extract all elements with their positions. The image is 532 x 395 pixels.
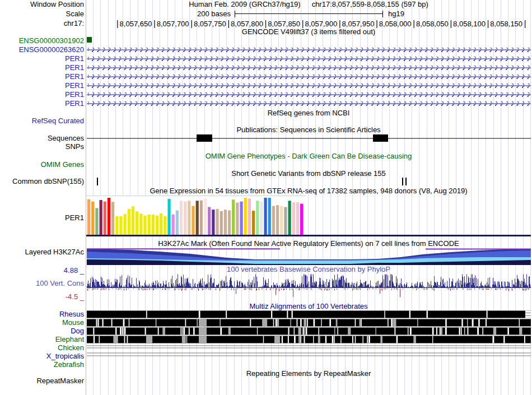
scale-bar-right-cap: [382, 11, 383, 17]
chromosome-label: chr17:: [64, 20, 84, 27]
track-label-gtex-per1[interactable]: PER1: [65, 214, 84, 222]
track-title-h3k27ac[interactable]: H3K27Ac Mark (Often Found Near Active Re…: [86, 240, 531, 248]
track-label-common-dbsnp[interactable]: Common dbSNP(155): [12, 178, 84, 185]
track-title-omim[interactable]: OMIM Gene Phenotypes - Dark Green Can Be…: [86, 152, 531, 160]
scale-bar-left-cap: [235, 11, 235, 17]
species-label-elephant[interactable]: Elephant: [55, 336, 84, 343]
track-label-100-vert-cons[interactable]: 100 Vert. Cons: [36, 280, 84, 287]
species-label-rhesus[interactable]: Rhesus: [59, 310, 84, 318]
species-label-x-tropicalis[interactable]: X_tropicalis: [46, 352, 84, 360]
gene-label-per1[interactable]: PER1: [65, 64, 84, 72]
track-label-snps[interactable]: SNPs: [66, 143, 84, 151]
species-label-zebrafish[interactable]: Zebrafish: [54, 361, 84, 369]
gene-label-ensg00000301902[interactable]: ENSG00000301902: [19, 37, 84, 45]
track-title-phylop[interactable]: 100 vertebrates Basewise Conservation by…: [86, 266, 531, 273]
gene-label-ensg00000263620[interactable]: ENSG00000263620: [19, 46, 84, 54]
track-title-dbsnp[interactable]: Short Genetic Variants from dbSNP releas…: [86, 170, 531, 178]
gene-label-per1[interactable]: PER1: [65, 73, 84, 81]
conservation-max-value: 4.88 _: [64, 267, 84, 275]
track-label-omim-genes[interactable]: OMIM Genes: [41, 161, 84, 169]
gene-label-per1[interactable]: PER1: [65, 100, 84, 108]
track-title-multiz[interactable]: Multiz Alignments of 100 Vertebrates: [86, 303, 531, 310]
gene-label-per1[interactable]: PER1: [65, 91, 84, 99]
gene-label-per1[interactable]: PER1: [65, 55, 84, 63]
conservation-min-value: -4.5 _: [66, 293, 84, 301]
scale-value-label: 200 bases: [179, 10, 231, 18]
track-title-gtex[interactable]: Gene Expression in 54 tissues from GTEx …: [86, 187, 531, 195]
window-position-label: Window Position: [30, 1, 84, 8]
track-title-refseq[interactable]: RefSeq genes from NCBI: [86, 109, 531, 117]
assembly-label: Human Feb. 2009 (GRCh37/hg19): [189, 0, 300, 8]
position-range-label: chr17:8,057,559-8,058,155 (597 bp): [312, 0, 428, 8]
species-label-mouse[interactable]: Mouse: [62, 319, 84, 327]
track-label-sequences[interactable]: Sequences: [48, 134, 84, 142]
scale-bar: [235, 13, 383, 14]
track-title-repeatmasker[interactable]: Repeating Elements by RepeatMasker: [86, 370, 531, 378]
track-title-gencode[interactable]: GENCODE V49lift37 (3 items filtered out): [86, 28, 531, 36]
ruler-tick-label: 8,058,150: [478, 20, 522, 28]
track-label-refseq-curated[interactable]: RefSeq Curated: [32, 117, 84, 125]
species-label-chicken[interactable]: Chicken: [58, 344, 84, 352]
scale-row-label: Scale: [66, 10, 84, 18]
window-position-value: Human Feb. 2009 (GRCh37/hg19)chr17:8,057…: [86, 1, 531, 8]
genome-browser-image: Window Position Human Feb. 2009 (GRCh37/…: [0, 0, 532, 395]
genome-label: hg19: [388, 10, 404, 18]
species-label-dog[interactable]: Dog: [71, 327, 84, 335]
track-title-publications[interactable]: Publications: Sequences in Scientific Ar…: [86, 126, 531, 134]
gene-label-per1[interactable]: PER1: [65, 82, 84, 90]
track-label-layered-h3k27ac[interactable]: Layered H3K27Ac: [25, 248, 84, 256]
track-label-repeatmasker[interactable]: RepeatMasker: [36, 377, 84, 385]
